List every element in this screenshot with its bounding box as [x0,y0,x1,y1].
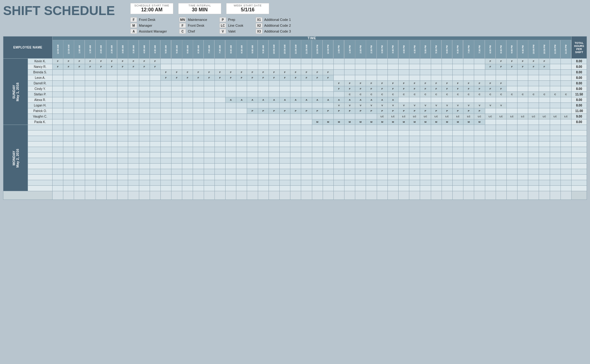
schedule-cell[interactable]: C [560,92,571,97]
schedule-cell[interactable] [171,103,182,108]
schedule-cell[interactable] [517,164,528,169]
schedule-cell[interactable] [539,81,550,86]
schedule-cell[interactable] [333,141,344,147]
schedule-cell[interactable] [117,141,128,147]
schedule-cell[interactable] [485,169,496,175]
schedule-cell[interactable] [560,75,571,81]
schedule-cell[interactable]: P [452,108,463,114]
schedule-cell[interactable] [344,75,355,81]
schedule-cell[interactable] [517,147,528,153]
schedule-cell[interactable] [528,130,539,136]
schedule-cell[interactable] [258,147,269,153]
schedule-cell[interactable] [96,92,106,97]
schedule-cell[interactable] [399,75,409,81]
schedule-cell[interactable]: F [279,70,290,75]
schedule-cell[interactable] [485,119,496,125]
schedule-cell[interactable] [355,75,366,81]
schedule-cell[interactable] [366,153,377,158]
schedule-cell[interactable] [96,108,106,114]
schedule-cell[interactable] [301,114,312,119]
schedule-cell[interactable] [269,186,279,191]
schedule-cell[interactable] [204,136,214,141]
schedule-cell[interactable]: LC [560,114,571,119]
schedule-cell[interactable] [171,114,182,119]
schedule-cell[interactable]: C [506,92,517,97]
schedule-cell[interactable] [53,103,63,108]
schedule-cell[interactable] [269,119,279,125]
schedule-cell[interactable] [160,164,171,169]
schedule-cell[interactable]: M [366,119,377,125]
schedule-cell[interactable] [247,114,258,119]
schedule-cell[interactable]: F [431,81,442,86]
schedule-cell[interactable]: F [333,81,344,86]
schedule-cell[interactable]: F [139,64,150,70]
schedule-cell[interactable] [474,164,485,169]
schedule-cell[interactable] [226,158,236,164]
schedule-cell[interactable] [550,186,560,191]
schedule-cell[interactable] [63,153,74,158]
schedule-cell[interactable] [496,125,506,130]
schedule-cell[interactable] [355,186,366,191]
schedule-cell[interactable] [117,103,128,108]
schedule-cell[interactable] [420,186,431,191]
schedule-cell[interactable] [431,169,442,175]
schedule-cell[interactable] [387,169,398,175]
schedule-cell[interactable]: F [117,59,128,64]
schedule-cell[interactable] [409,136,420,141]
schedule-cell[interactable] [506,70,517,75]
schedule-cell[interactable] [506,147,517,153]
schedule-cell[interactable] [150,158,160,164]
schedule-cell[interactable] [409,175,420,180]
schedule-cell[interactable] [452,64,463,70]
schedule-cell[interactable] [420,64,431,70]
schedule-cell[interactable] [63,147,74,153]
schedule-cell[interactable] [236,64,247,70]
schedule-cell[interactable] [96,103,106,108]
schedule-cell[interactable] [85,92,96,97]
schedule-cell[interactable]: A [258,97,269,103]
schedule-cell[interactable] [193,169,204,175]
schedule-cell[interactable] [214,81,225,86]
schedule-cell[interactable] [452,164,463,169]
schedule-cell[interactable] [377,59,387,64]
schedule-cell[interactable] [247,153,258,158]
schedule-cell[interactable] [290,180,301,186]
schedule-cell[interactable] [171,92,182,97]
schedule-cell[interactable] [150,180,160,186]
schedule-cell[interactable] [279,158,290,164]
schedule-cell[interactable]: F [128,59,139,64]
schedule-cell[interactable] [53,97,63,103]
schedule-cell[interactable] [485,125,496,130]
schedule-cell[interactable] [517,125,528,130]
schedule-cell[interactable] [399,59,409,64]
schedule-cell[interactable] [258,119,269,125]
schedule-cell[interactable] [63,75,74,81]
schedule-cell[interactable] [452,130,463,136]
schedule-cell[interactable] [399,175,409,180]
schedule-cell[interactable] [366,70,377,75]
schedule-cell[interactable] [506,103,517,108]
schedule-cell[interactable] [247,103,258,108]
schedule-cell[interactable] [528,108,539,114]
schedule-cell[interactable] [247,147,258,153]
schedule-cell[interactable] [53,175,63,180]
schedule-cell[interactable] [139,164,150,169]
schedule-cell[interactable] [182,97,193,103]
schedule-cell[interactable] [63,164,74,169]
schedule-cell[interactable] [53,147,63,153]
schedule-cell[interactable]: P [279,108,290,114]
schedule-cell[interactable] [420,147,431,153]
schedule-cell[interactable]: F [63,59,74,64]
schedule-cell[interactable] [269,86,279,92]
schedule-cell[interactable] [117,92,128,97]
schedule-cell[interactable] [560,130,571,136]
schedule-cell[interactable] [431,70,442,75]
schedule-cell[interactable] [74,75,85,81]
schedule-cell[interactable] [355,169,366,175]
schedule-cell[interactable] [63,175,74,180]
schedule-cell[interactable] [74,70,85,75]
schedule-cell[interactable] [506,125,517,130]
schedule-cell[interactable] [474,180,485,186]
schedule-cell[interactable] [442,186,452,191]
schedule-cell[interactable] [323,81,333,86]
